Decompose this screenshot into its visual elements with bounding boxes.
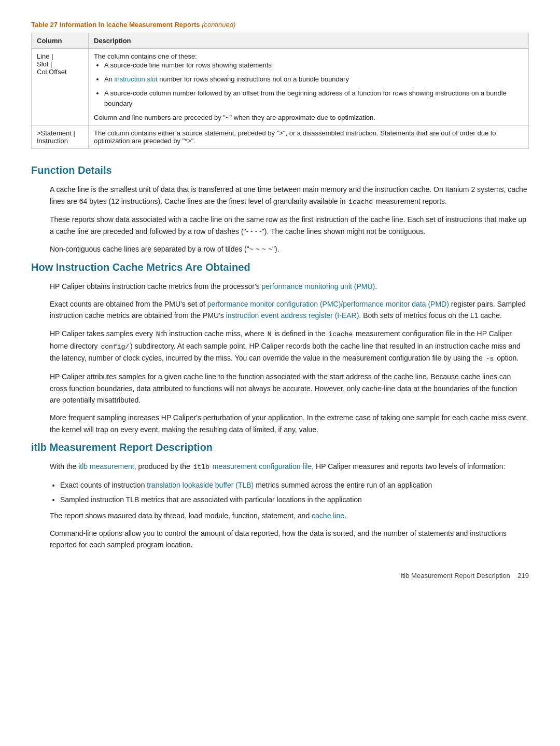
table-title-text: Table 27 Information in icache Measureme… bbox=[31, 21, 200, 29]
s-option-code: -s bbox=[485, 355, 495, 363]
footer-text: itlb Measurement Report Description bbox=[401, 572, 510, 579]
function-details-heading: Function Details bbox=[31, 164, 529, 176]
col-name-statement: >Statement |Instruction bbox=[32, 126, 89, 149]
instruction-slot-link[interactable]: instruction slot bbox=[115, 75, 158, 83]
how-instruction-para2: Exact counts are obtained from the PMU's… bbox=[50, 298, 529, 322]
icache-table: Column Description Line |Slot |Col,Offse… bbox=[31, 33, 529, 149]
list-item: An instruction slot number for rows show… bbox=[104, 74, 523, 85]
how-instruction-para3: HP Caliper takes samples every Nth instr… bbox=[50, 328, 529, 365]
how-instruction-para5: More frequent sampling increases HP Cali… bbox=[50, 412, 529, 435]
itlb-para2: The report shows masured data by thread,… bbox=[50, 510, 529, 521]
itlb-content: With the itlb measurement, produced by t… bbox=[50, 461, 529, 551]
page-footer: itlb Measurement Report Description 219 bbox=[31, 572, 529, 579]
itlb-para1: With the itlb measurement, produced by t… bbox=[50, 461, 529, 473]
function-details-para2: These reports show data associated with … bbox=[50, 214, 529, 237]
list-item: A source-code line number for rows showi… bbox=[104, 60, 523, 71]
table-row: >Statement |Instruction The column conta… bbox=[32, 126, 529, 149]
how-instruction-para1: HP Caliper obtains instruction cache met… bbox=[50, 281, 529, 292]
list-item: Exact counts of instruction translation … bbox=[60, 479, 529, 491]
pmc-pmd-link[interactable]: performance monitor configuration (PMC)/… bbox=[207, 300, 449, 308]
table-title: Table 27 Information in icache Measureme… bbox=[31, 21, 529, 29]
itlb-bullet-list: Exact counts of instruction translation … bbox=[60, 479, 529, 506]
how-instruction-para4: HP Caliper attributes samples for a give… bbox=[50, 371, 529, 406]
table-continued: (continued) bbox=[202, 21, 235, 29]
how-instruction-content: HP Caliper obtains instruction cache met… bbox=[50, 281, 529, 436]
nth-code: N bbox=[155, 330, 161, 338]
n-code: N bbox=[267, 330, 273, 338]
itlb-section: itlb Measurement Report Description With… bbox=[31, 441, 529, 551]
tlb-link[interactable]: translation lookaside buffer (TLB) bbox=[147, 481, 254, 489]
pmu-link[interactable]: performance monitoring unit (PMU) bbox=[262, 282, 375, 291]
function-details-section: Function Details A cache line is the sma… bbox=[31, 164, 529, 255]
function-details-content: A cache line is the smallest unit of dat… bbox=[50, 184, 529, 255]
itlb-measurement-link[interactable]: itlb measurement bbox=[78, 462, 134, 471]
table-title-container: Table 27 Information in icache Measureme… bbox=[31, 21, 529, 29]
col-name-line: Line |Slot |Col,Offset bbox=[32, 49, 89, 126]
how-instruction-section: How Instruction Cache Metrics Are Obtain… bbox=[31, 261, 529, 436]
col-header-description: Description bbox=[89, 33, 529, 49]
function-details-para3: Non-contiguous cache lines are separated… bbox=[50, 243, 529, 255]
footer-page: 219 bbox=[517, 572, 529, 579]
how-instruction-heading: How Instruction Cache Metrics Are Obtain… bbox=[31, 261, 529, 273]
function-details-para1: A cache line is the smallest unit of dat… bbox=[50, 184, 529, 208]
icache-code2: icache bbox=[327, 330, 354, 338]
statement-desc: The column contains either a source stat… bbox=[94, 129, 496, 145]
desc-intro: The column contains one of these: bbox=[94, 52, 197, 60]
col-desc-statement: The column contains either a source stat… bbox=[89, 126, 529, 149]
col-header-column: Column bbox=[32, 33, 89, 49]
config-code: config/ bbox=[100, 343, 130, 351]
measurement-config-link[interactable]: measurement configuration file bbox=[213, 462, 312, 471]
icache-code1: icache bbox=[347, 198, 374, 206]
table-row: Line |Slot |Col,Offset The column contai… bbox=[32, 49, 529, 126]
col-desc-line: The column contains one of these: A sour… bbox=[89, 49, 529, 126]
itlb-para3: Command-line options allow you to contro… bbox=[50, 528, 529, 551]
list-item: Sampled instruction TLB metrics that are… bbox=[60, 494, 529, 505]
list-item: A source-code column number followed by … bbox=[104, 88, 523, 110]
cache-line-link[interactable]: cache line bbox=[312, 512, 344, 520]
iear-link[interactable]: instruction event address register (I-EA… bbox=[226, 311, 359, 320]
itlb-code: itlb bbox=[192, 463, 211, 471]
desc-list: A source-code line number for rows showi… bbox=[104, 60, 523, 109]
desc-note: Column and line numbers are preceded by … bbox=[94, 114, 375, 121]
itlb-heading: itlb Measurement Report Description bbox=[31, 441, 529, 453]
